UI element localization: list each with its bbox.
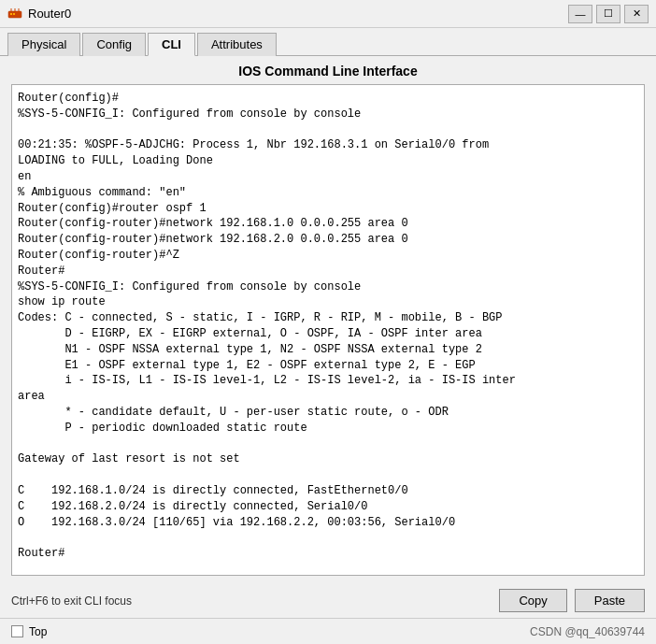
tab-config[interactable]: Config xyxy=(82,33,146,56)
top-label: Top xyxy=(29,625,47,638)
tab-attributes[interactable]: Attributes xyxy=(197,33,277,56)
bottom-bar: Ctrl+F6 to exit CLI focus Copy Paste xyxy=(0,583,656,618)
cli-container xyxy=(11,84,645,576)
section-title: IOS Command Line Interface xyxy=(11,64,645,79)
paste-button[interactable]: Paste xyxy=(575,589,645,612)
title-bar-left: Router0 xyxy=(7,7,71,21)
svg-rect-1 xyxy=(10,13,12,15)
title-bar-controls: — ☐ ✕ xyxy=(568,5,649,23)
maximize-button[interactable]: ☐ xyxy=(596,5,620,23)
action-buttons: Copy Paste xyxy=(499,589,645,612)
watermark: CSDN @qq_40639744 xyxy=(530,625,645,638)
cli-hint: Ctrl+F6 to exit CLI focus xyxy=(11,594,132,608)
minimize-button[interactable]: — xyxy=(568,5,592,23)
svg-rect-2 xyxy=(13,13,15,15)
footer: Top CSDN @qq_40639744 xyxy=(0,618,656,644)
router-icon xyxy=(7,7,22,21)
top-checkbox[interactable] xyxy=(11,625,23,637)
main-content: IOS Command Line Interface xyxy=(0,56,656,583)
tab-physical[interactable]: Physical xyxy=(7,33,80,56)
title-bar: Router0 — ☐ ✕ xyxy=(0,0,656,28)
copy-button[interactable]: Copy xyxy=(499,589,566,612)
close-button[interactable]: ✕ xyxy=(624,5,649,23)
footer-left: Top xyxy=(11,625,47,638)
window-title: Router0 xyxy=(28,7,71,21)
tab-bar: Physical Config CLI Attributes xyxy=(0,28,656,56)
tab-cli[interactable]: CLI xyxy=(148,33,195,56)
cli-terminal[interactable] xyxy=(12,85,644,575)
